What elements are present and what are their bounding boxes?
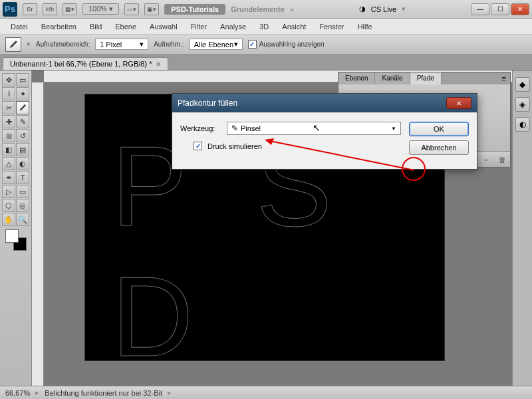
blur-tool[interactable]: △	[2, 157, 15, 170]
history-brush-tool[interactable]: ↺	[16, 129, 29, 142]
mini-bridge-button[interactable]: Mb	[43, 3, 57, 15]
menu-analyse[interactable]: Analyse	[215, 21, 251, 33]
tab-ebenen[interactable]: Ebenen	[338, 72, 375, 84]
foreground-color[interactable]	[5, 229, 19, 243]
color-swatches[interactable]	[5, 229, 27, 251]
right-dock: ◆ ◈ ◐	[512, 70, 532, 386]
delete-path-icon[interactable]: 🗑	[497, 154, 507, 165]
titlebar: Ps Br Mb ▦▾ 100% ▾ ▭▾ ▣▾ PSD-Tutorials G…	[0, 0, 532, 19]
ok-button[interactable]: OK	[409, 122, 469, 136]
bridge-button[interactable]: Br	[23, 3, 37, 15]
sample-layers-label: Aufnehm.:	[154, 41, 184, 48]
menu-datei[interactable]: Datei	[5, 21, 33, 33]
sample-size-dropdown[interactable]: 1 Pixel▾	[95, 39, 148, 50]
gradient-tool[interactable]: ▤	[16, 143, 29, 156]
menubar: Datei Bearbeiten Bild Ebene Auswahl Filt…	[0, 19, 532, 35]
dialog-title: Pfadkontur füllen	[178, 98, 237, 108]
dialog-titlebar[interactable]: Pfadkontur füllen ✕	[172, 94, 477, 112]
menu-ebene[interactable]: Ebene	[110, 21, 142, 33]
simulate-pressure-label: Druck simulieren	[207, 142, 262, 150]
tool-dropdown[interactable]: ✎ Pinsel ▼	[227, 122, 401, 135]
brush-icon: ✎	[231, 124, 238, 133]
wand-tool[interactable]: ✦	[16, 87, 29, 100]
menu-ansicht[interactable]: Ansicht	[277, 21, 311, 33]
cancel-button[interactable]: Abbrechen	[409, 140, 469, 155]
3d-camera-tool[interactable]: ◎	[16, 199, 29, 212]
zoom-tool[interactable]: 🔍	[16, 213, 29, 226]
stroke-path-dialog: Pfadkontur füllen ✕ Werkzeug: ✎ Pinsel ▼…	[172, 93, 477, 170]
brush-tool[interactable]: ✎	[16, 115, 29, 128]
zoom-display[interactable]: 100% ▾	[82, 3, 119, 15]
workspace-alt[interactable]: Grundelemente	[231, 5, 285, 13]
cslive-caret-icon[interactable]: ▾	[402, 5, 406, 13]
healing-tool[interactable]: ✚	[2, 115, 15, 128]
tab-close-icon[interactable]: ✕	[156, 61, 161, 68]
menu-auswahl[interactable]: Auswahl	[144, 21, 183, 33]
hand-tool[interactable]: ✋	[2, 213, 15, 226]
menu-filter[interactable]: Filter	[186, 21, 212, 33]
close-button[interactable]: ✕	[511, 3, 529, 15]
type-tool[interactable]: T	[16, 171, 29, 184]
dodge-tool[interactable]: ◐	[16, 157, 29, 170]
arrange-button[interactable]: ▭▾	[124, 3, 139, 15]
stamp-tool[interactable]: ⊞	[2, 129, 15, 142]
eyedropper-tool[interactable]	[16, 101, 29, 114]
current-tool-eyedropper-icon[interactable]	[5, 37, 21, 52]
tab-pfade[interactable]: Pfade	[410, 72, 442, 84]
ruler-vertical[interactable]	[32, 82, 44, 386]
workspace-more-icon[interactable]: »	[290, 5, 294, 13]
toolbox: ✥▭ ⌇✦ ✂ ✚✎ ⊞↺ ◧▤ △◐ ✒T ▷▭ ⬡◎ ✋🔍	[0, 70, 32, 386]
photoshop-logo: Ps	[3, 2, 17, 17]
cslive-icon: ◑	[359, 5, 366, 13]
eraser-tool[interactable]: ◧	[2, 143, 15, 156]
new-path-icon[interactable]: ▫	[481, 154, 491, 165]
marquee-tool[interactable]: ▭	[16, 73, 29, 86]
simulate-pressure-checkbox[interactable]: ✓	[194, 142, 202, 150]
screen-mode-button[interactable]: ▣▾	[144, 3, 159, 15]
menu-hilfe[interactable]: Hilfe	[352, 21, 378, 33]
crop-tool[interactable]: ✂	[2, 101, 15, 114]
workspace-badge[interactable]: PSD-Tutorials	[164, 4, 225, 15]
cslive-label[interactable]: CS Live	[371, 5, 397, 13]
show-ring-label: Auswahlring anzeigen	[259, 41, 325, 48]
status-bar: 66,67% ▸ Belichtung funktioniert nur bei…	[0, 386, 532, 399]
dropdown-caret-icon: ▼	[391, 126, 396, 132]
document-tab[interactable]: Unbenannt-1 bei 66,7% (Ebene 1, RGB/8) *…	[3, 57, 168, 70]
panel-menu-icon[interactable]: ≡	[498, 72, 510, 84]
show-ring-checkbox[interactable]: ✓	[248, 40, 257, 49]
menu-bearbeiten[interactable]: Bearbeiten	[36, 21, 82, 33]
path-select-tool[interactable]: ▷	[2, 185, 15, 198]
status-message: Belichtung funktioniert nur bei 32-Bit	[45, 389, 162, 397]
sample-layers-dropdown[interactable]: Alle Ebenen▾	[190, 39, 243, 50]
move-tool[interactable]: ✥	[2, 73, 15, 86]
minimize-button[interactable]: —	[471, 3, 489, 15]
options-bar: ▾ Aufnahmebereich: 1 Pixel▾ Aufnehm.: Al…	[0, 35, 532, 55]
3d-tool[interactable]: ⬡	[2, 199, 15, 212]
maximize-button[interactable]: ☐	[491, 3, 509, 15]
color-panel-icon[interactable]: ◆	[515, 77, 530, 92]
shape-tool[interactable]: ▭	[16, 185, 29, 198]
menu-3d[interactable]: 3D	[254, 21, 274, 33]
document-tab-bar: Unbenannt-1 bei 66,7% (Ebene 1, RGB/8) *…	[0, 55, 532, 70]
menu-bild[interactable]: Bild	[84, 21, 107, 33]
swatches-panel-icon[interactable]: ◈	[515, 97, 530, 112]
tool-label: Werkzeug:	[180, 124, 221, 132]
view-extras-button[interactable]: ▦▾	[63, 3, 77, 15]
pen-tool[interactable]: ✒	[2, 171, 15, 184]
adjustments-panel-icon[interactable]: ◐	[515, 117, 530, 132]
sample-size-label: Aufnahmebereich:	[36, 41, 90, 48]
status-zoom[interactable]: 66,67%	[5, 389, 30, 397]
menu-fenster[interactable]: Fenster	[314, 21, 349, 33]
dialog-close-button[interactable]: ✕	[446, 97, 471, 109]
lasso-tool[interactable]: ⌇	[2, 87, 15, 100]
tab-kanaele[interactable]: Kanäle	[375, 72, 410, 84]
